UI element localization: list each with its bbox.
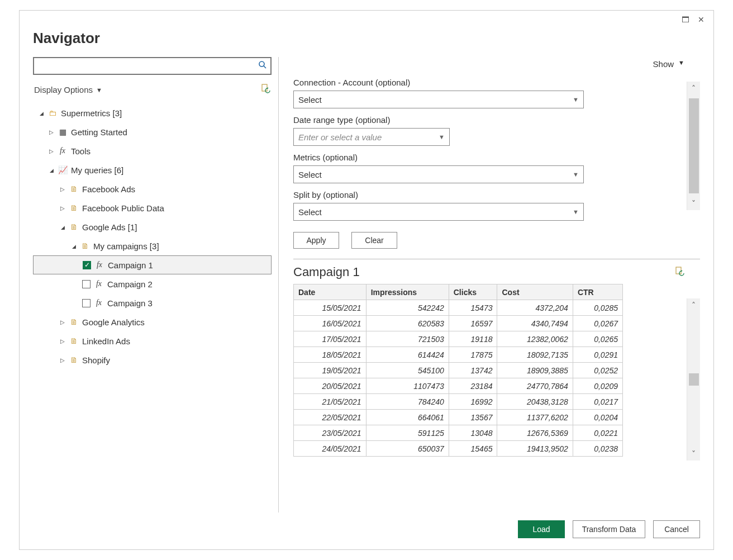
checkbox-icon[interactable] [82,299,91,307]
params-scrollbar[interactable]: ˄ ˅ [687,82,700,210]
apply-button[interactable]: Apply [293,232,339,249]
tree-item-tools[interactable]: fx Tools [33,141,272,160]
table-cell: 650037 [366,441,449,457]
table-header-cell[interactable]: Date [294,284,366,300]
tree-item-facebook-public[interactable]: 🗎 Facebook Public Data [33,198,272,217]
fx-icon: fx [58,146,68,155]
tree-root-supermetrics[interactable]: 🗀 Supermetrics [3] [33,103,272,122]
transform-data-button[interactable]: Transform Data [573,520,645,538]
daterange-combo[interactable]: Enter or select a value ▼ [293,128,450,146]
divider [293,259,700,259]
file-icon: 🗎 [69,222,79,231]
metrics-select[interactable]: Select ▼ [293,165,584,183]
table-cell: 4340,7494 [497,316,573,331]
refresh-icon[interactable] [260,84,270,96]
expand-icon[interactable] [49,148,54,154]
table-cell: 23184 [449,378,497,394]
window-restore-icon[interactable]: 🗖 [678,13,693,26]
table-body: 15/05/2021542242154734372,2040,028516/05… [294,300,623,457]
expand-icon[interactable] [49,129,54,135]
table-row[interactable]: 24/05/20216500371546519413,95020,0238 [294,441,623,457]
expand-icon[interactable] [71,243,77,249]
table-scrollbar[interactable]: ˄ ˅ [687,298,700,461]
scroll-thumb[interactable] [689,98,699,193]
splitby-label: Split by (optional) [293,190,700,200]
svg-line-1 [264,66,266,68]
table-cell: 18909,3885 [497,363,573,378]
expand-icon[interactable] [39,110,44,116]
load-button[interactable]: Load [518,520,565,538]
daterange-label: Date range type (optional) [293,115,700,125]
table-row[interactable]: 19/05/20215451001374218909,38850,0252 [294,363,623,378]
tree-label: Getting Started [71,127,127,137]
expand-icon[interactable] [49,167,54,173]
tree-label: Tools [71,146,91,156]
table-row[interactable]: 22/05/20216640611356711377,62020,0204 [294,410,623,425]
tree-label: Campaign 1 [108,260,153,270]
tree-item-campaign-1[interactable]: ✓ fx Campaign 1 [33,255,272,274]
table-row[interactable]: 20/05/202111074732318424770,78640,0209 [294,378,623,394]
window-close-icon[interactable]: ✕ [693,13,709,26]
tree-item-google-analytics[interactable]: 🗎 Google Analytics [33,312,272,331]
table-header-cell[interactable]: Impressions [366,284,449,300]
expand-icon[interactable] [60,186,65,192]
checkbox-icon[interactable] [82,280,91,288]
checkbox-icon[interactable]: ✓ [83,261,91,269]
expand-icon[interactable] [60,224,65,230]
table-row[interactable]: 16/05/2021620583165974340,74940,0267 [294,316,623,331]
scroll-thumb[interactable] [689,373,699,386]
table-row[interactable]: 21/05/20217842401699220438,31280,0217 [294,394,623,410]
table-cell: 17875 [449,347,497,363]
tree-item-google-ads[interactable]: 🗎 Google Ads [1] [33,217,272,236]
table-header-cell[interactable]: CTR [573,284,622,300]
scroll-up-icon[interactable]: ˄ [692,298,696,312]
chevron-down-icon: ▼ [573,96,579,103]
tree-label: Facebook Ads [82,184,135,194]
connection-label: Connection - Account (optional) [293,78,700,87]
display-options-button[interactable]: Display Options ▼ [34,85,102,94]
refresh-preview-icon[interactable] [674,267,684,278]
connection-value: Select [298,95,322,105]
splitby-select[interactable]: Select ▼ [293,203,584,221]
table-header-cell[interactable]: Clicks [449,284,497,300]
scroll-up-icon[interactable]: ˄ [692,82,696,95]
table-row[interactable]: 18/05/20216144241787518092,71350,0291 [294,347,623,363]
chevron-down-icon: ▼ [573,171,579,178]
table-row[interactable]: 15/05/2021542242154734372,2040,0285 [294,300,623,316]
tree-item-shopify[interactable]: 🗎 Shopify [33,350,272,369]
show-dropdown[interactable]: Show ▼ [293,57,700,74]
table-cell: 1107473 [366,378,449,394]
table-header-cell[interactable]: Cost [497,284,573,300]
scroll-down-icon[interactable]: ˅ [692,447,696,461]
tree-item-linkedin-ads[interactable]: 🗎 LinkedIn Ads [33,331,272,350]
search-input-wrapper[interactable] [33,57,272,75]
table-cell: 18/05/2021 [294,347,366,363]
tree-item-facebook-ads[interactable]: 🗎 Facebook Ads [33,179,272,198]
clear-button[interactable]: Clear [351,232,397,249]
expand-icon[interactable] [60,319,65,325]
metrics-label: Metrics (optional) [293,153,700,162]
fx-icon: fx [94,298,104,307]
tree-item-campaign-3[interactable]: fx Campaign 3 [33,293,272,312]
tree-label: Facebook Public Data [82,203,164,213]
tree-item-my-campaigns[interactable]: 🗎 My campaigns [3] [33,236,272,255]
expand-icon[interactable] [60,338,65,344]
table-cell: 620583 [366,316,449,331]
connection-select[interactable]: Select ▼ [293,91,584,108]
search-input[interactable] [37,61,258,71]
expand-icon[interactable] [60,357,65,363]
search-icon[interactable] [258,60,267,72]
tree-item-campaign-2[interactable]: fx Campaign 2 [33,274,272,293]
table-header-row: DateImpressionsClicksCostCTR [294,284,623,300]
cancel-button[interactable]: Cancel [653,520,700,538]
table-cell: 19/05/2021 [294,363,366,378]
table-row[interactable]: 17/05/20217215031911812382,00620,0265 [294,331,623,347]
table-row[interactable]: 23/05/20215911251304812676,53690,0221 [294,425,623,441]
tree-item-getting-started[interactable]: ▦ Getting Started [33,122,272,141]
tree-label: Shopify [82,355,110,365]
preview-table-wrap: DateImpressionsClicksCostCTR 15/05/20215… [293,284,700,457]
tree-item-my-queries[interactable]: 📈 My queries [6] [33,160,272,179]
scroll-down-icon[interactable]: ˅ [692,197,696,210]
metrics-value: Select [298,170,322,179]
expand-icon[interactable] [60,205,65,211]
